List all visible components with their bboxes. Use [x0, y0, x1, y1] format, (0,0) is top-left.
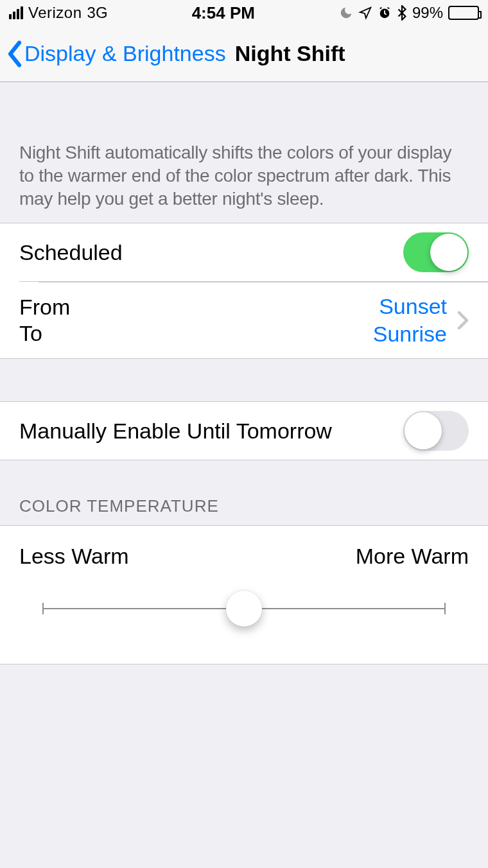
chevron-left-icon	[6, 40, 23, 67]
color-temperature-slider[interactable]	[42, 591, 446, 627]
status-left: Verizon 3G	[9, 4, 108, 22]
location-icon	[358, 6, 372, 20]
manual-enable-label: Manually Enable Until Tomorrow	[19, 419, 332, 444]
battery-icon	[448, 6, 479, 20]
moon-icon	[339, 6, 353, 20]
more-warm-label: More Warm	[356, 544, 469, 569]
color-temperature-header: COLOR TEMPERATURE	[0, 460, 488, 525]
schedule-range-labels: From To	[19, 295, 70, 346]
schedule-range-values: Sunset Sunrise	[373, 293, 469, 347]
alarm-icon	[378, 6, 392, 20]
manual-enable-cell: Manually Enable Until Tomorrow	[0, 402, 488, 460]
chevron-right-icon	[457, 311, 469, 330]
schedule-range-cell[interactable]: From To Sunset Sunrise	[19, 281, 488, 358]
status-right: 99%	[339, 4, 479, 22]
clock-label: 4:54 PM	[192, 3, 255, 23]
back-button[interactable]: Display & Brightness	[6, 40, 226, 67]
signal-strength-icon	[9, 6, 23, 19]
slider-thumb[interactable]	[226, 591, 262, 627]
bluetooth-icon	[397, 5, 407, 21]
carrier-label: Verizon	[28, 4, 82, 22]
scheduled-toggle[interactable]	[403, 232, 469, 272]
page-title: Night Shift	[235, 41, 345, 66]
nav-bar: Display & Brightness Night Shift	[0, 26, 488, 82]
scheduled-cell: Scheduled	[0, 223, 488, 281]
manual-group: Manually Enable Until Tomorrow	[0, 401, 488, 460]
scheduled-group: Scheduled From To Sunset Sunrise	[0, 223, 488, 359]
to-value: Sunrise	[373, 320, 447, 348]
from-label: From	[19, 295, 70, 320]
from-value: Sunset	[379, 293, 447, 320]
status-bar: Verizon 3G 4:54 PM 99%	[0, 0, 488, 26]
battery-percent-label: 99%	[412, 4, 443, 22]
slider-tick-max	[444, 603, 446, 614]
network-type-label: 3G	[87, 4, 108, 22]
less-warm-label: Less Warm	[19, 544, 129, 569]
to-label: To	[19, 321, 70, 346]
scheduled-label: Scheduled	[19, 240, 123, 265]
description-text: Night Shift automatically shifts the col…	[0, 82, 488, 223]
color-temperature-cell: Less Warm More Warm	[0, 525, 488, 664]
manual-enable-toggle[interactable]	[403, 411, 469, 451]
back-label: Display & Brightness	[24, 41, 226, 66]
